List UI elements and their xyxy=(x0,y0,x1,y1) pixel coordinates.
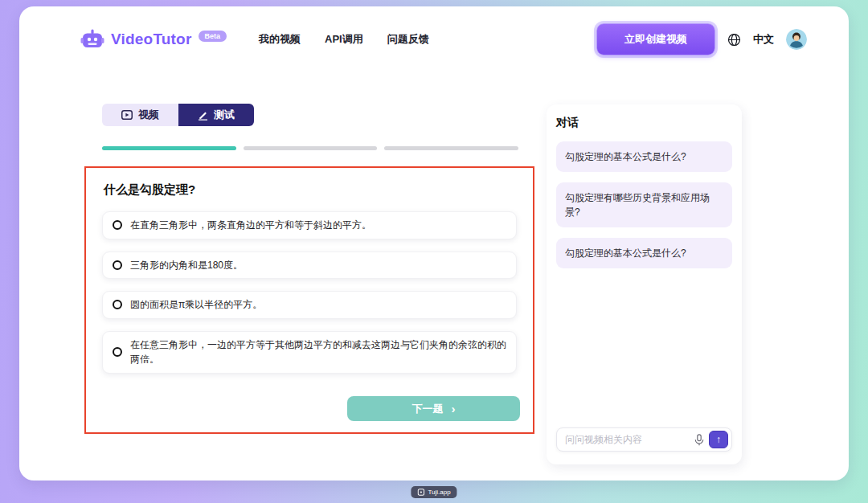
chat-title: 对话 xyxy=(556,116,732,130)
edit-icon xyxy=(198,110,208,121)
chat-panel: 对话 勾股定理的基本公式是什么? 勾股定理有哪些历史背景和应用场景? 勾股定理的… xyxy=(547,104,742,464)
chevron-right-icon: › xyxy=(452,403,456,415)
option-text: 在任意三角形中，一边的平方等于其他两边平方的和减去这两边与它们夹角的余弦的积的两… xyxy=(130,337,506,367)
radio-icon[interactable] xyxy=(113,260,122,270)
avatar[interactable] xyxy=(786,29,807,50)
language-label[interactable]: 中文 xyxy=(753,32,774,47)
nav-feedback[interactable]: 问题反馈 xyxy=(387,32,429,47)
radio-icon[interactable] xyxy=(113,347,122,357)
quiz-progress-bar xyxy=(102,146,518,150)
beta-badge: Beta xyxy=(199,31,227,42)
chat-suggestion-2[interactable]: 勾股定理有哪些历史背景和应用场景? xyxy=(556,182,732,227)
mic-icon[interactable] xyxy=(694,434,704,446)
footer-badge[interactable]: Tuji.app xyxy=(411,486,457,498)
header-right: 立即创建视频 中文 xyxy=(596,23,807,55)
quiz-option-2[interactable]: 三角形的内角和是180度。 xyxy=(102,251,517,280)
video-play-icon xyxy=(121,110,133,120)
chat-suggestion-3[interactable]: 勾股定理的基本公式是什么? xyxy=(556,238,732,268)
quiz-option-3[interactable]: 圆的面积是π乘以半径的平方。 xyxy=(102,291,517,319)
chat-input-row: ↑ xyxy=(556,427,732,452)
nav-api[interactable]: API调用 xyxy=(325,32,363,47)
tab-video-label: 视频 xyxy=(138,108,159,122)
quiz-panel: 什么是勾股定理? 在直角三角形中，两条直角边的平方和等于斜边的平方。 三角形的内… xyxy=(84,166,534,434)
create-video-button[interactable]: 立即创建视频 xyxy=(596,23,715,55)
quiz-option-1[interactable]: 在直角三角形中，两条直角边的平方和等于斜边的平方。 xyxy=(102,211,517,239)
tab-test[interactable]: 测试 xyxy=(178,104,254,126)
globe-icon[interactable] xyxy=(727,33,741,47)
tab-test-label: 测试 xyxy=(214,108,235,122)
option-text: 在直角三角形中，两条直角边的平方和等于斜边的平方。 xyxy=(130,218,371,233)
quiz-option-4[interactable]: 在任意三角形中，一边的平方等于其他两边平方的和减去这两边与它们夹角的余弦的积的两… xyxy=(102,331,517,374)
videotutor-logo-icon xyxy=(80,29,104,51)
chat-suggestion-1[interactable]: 勾股定理的基本公式是什么? xyxy=(556,141,732,172)
radio-icon[interactable] xyxy=(113,220,122,230)
quiz-options: 在直角三角形中，两条直角边的平方和等于斜边的平方。 三角形的内角和是180度。 … xyxy=(102,211,517,374)
tuji-icon xyxy=(417,489,424,496)
header: VideoTutor Beta 我的视频 API调用 问题反馈 立即创建视频 中… xyxy=(19,6,849,72)
next-question-button[interactable]: 下一题 › xyxy=(347,396,520,421)
progress-segment-2 xyxy=(244,146,378,150)
footer-badge-label: Tuji.app xyxy=(428,489,450,496)
option-text: 三角形的内角和是180度。 xyxy=(130,258,243,273)
option-text: 圆的面积是π乘以半径的平方。 xyxy=(130,297,262,313)
next-button-label: 下一题 xyxy=(412,402,444,416)
quiz-question: 什么是勾股定理? xyxy=(104,182,515,198)
tab-video[interactable]: 视频 xyxy=(102,104,178,126)
logo[interactable]: VideoTutor Beta xyxy=(80,29,227,51)
view-tabs: 视频 测试 xyxy=(102,104,254,126)
main-window: VideoTutor Beta 我的视频 API调用 问题反馈 立即创建视频 中… xyxy=(19,6,849,481)
send-button[interactable]: ↑ xyxy=(709,431,728,448)
progress-segment-1 xyxy=(102,146,236,150)
radio-icon[interactable] xyxy=(113,300,122,309)
chat-input[interactable] xyxy=(565,434,690,445)
logo-text: VideoTutor xyxy=(111,31,192,48)
arrow-up-icon: ↑ xyxy=(716,435,721,444)
progress-segment-3 xyxy=(384,146,518,150)
nav-my-videos[interactable]: 我的视频 xyxy=(259,32,301,47)
main-nav: 我的视频 API调用 问题反馈 xyxy=(259,32,429,47)
